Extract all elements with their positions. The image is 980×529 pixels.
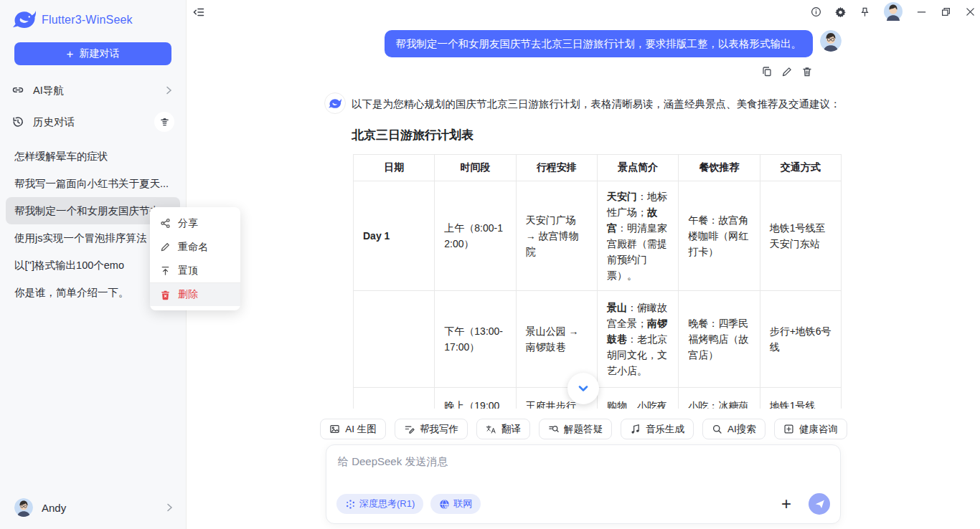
composer-tool-pill[interactable]: 深度思考(R1) (336, 494, 423, 514)
quick-action-chip[interactable]: 翻译 (476, 419, 530, 439)
history-label: 历史对话 (33, 115, 154, 129)
quick-action-label: AI搜索 (727, 423, 756, 436)
table-cell: 上午（8:00-12:00） (435, 181, 516, 291)
composer-tool-label: 深度思考(R1) (359, 497, 415, 510)
app-window: Flutter3-WinSeek + 新建对话 AI导航 历史对话 (0, 0, 980, 529)
history-item-label: 帮我写一篇面向小红书关于夏天... (14, 177, 169, 191)
quick-action-chip[interactable]: AI 生图 (320, 419, 386, 439)
quick-action-chip[interactable]: AI搜索 (702, 419, 765, 439)
spark-icon (345, 499, 356, 510)
table-cell: 下午（13:00-17:00） (435, 291, 516, 388)
quick-action-label: 解题答疑 (564, 423, 603, 436)
pin-icon[interactable] (859, 6, 870, 17)
chevron-right-icon (163, 85, 174, 96)
quick-action-label: 帮我写作 (420, 423, 458, 436)
info-icon[interactable] (811, 6, 821, 17)
table-cell: 小吃：冰糖葫芦、炸酱 (679, 388, 760, 409)
close-icon[interactable] (965, 6, 976, 17)
context-menu-item-label: 分享 (178, 217, 198, 230)
sidebar-item-history[interactable]: 历史对话 (11, 111, 174, 133)
history-item[interactable]: 帮我写一篇面向小红书关于夏天... (6, 170, 180, 197)
quick-action-label: 翻译 (501, 423, 521, 436)
message-input[interactable] (326, 445, 840, 480)
table-cell: 景山：俯瞰故宫全景；南锣鼓巷：老北京胡同文化，文艺小店。 (597, 291, 678, 388)
history-item[interactable]: 怎样缓解晕车的症状 (6, 143, 180, 170)
quick-action-label: 音乐生成 (646, 423, 684, 436)
globe-icon (439, 499, 450, 510)
image-icon (329, 424, 340, 434)
composer: 深度思考(R1) 联网 + (326, 444, 841, 524)
attach-plus-icon[interactable]: + (777, 495, 796, 513)
chevron-down-icon (576, 381, 590, 396)
context-menu-item-label: 置顶 (178, 264, 198, 277)
context-menu-item-label: 重命名 (178, 241, 208, 254)
user-profile-row[interactable]: Andy (0, 492, 187, 523)
ai-avatar-whale-icon (324, 92, 346, 114)
share-icon (160, 218, 171, 229)
translate-icon (486, 424, 496, 434)
app-title: Flutter3-WinSeek (42, 14, 133, 27)
context-menu-item[interactable]: 置顶 (150, 259, 240, 282)
ai-intro-text: 以下是为您精心规划的国庆节北京三日游旅行计划，表格清晰易读，涵盖经典景点、美食推… (352, 92, 841, 114)
quick-action-chip[interactable]: 健康咨询 (774, 419, 847, 439)
sidebar-item-ai-nav[interactable]: AI导航 (11, 80, 174, 101)
context-menu-item[interactable]: 删除 (150, 282, 240, 306)
user-avatar (14, 498, 33, 517)
collapse-sidebar-icon[interactable] (192, 6, 205, 19)
ai-nav-label: AI导航 (33, 84, 163, 97)
titlebar-user-avatar[interactable] (884, 2, 903, 21)
edit-icon[interactable] (781, 66, 793, 77)
table-cell: 晚上（19:00 (435, 388, 516, 409)
quick-action-label: AI 生图 (345, 423, 377, 436)
tool-pills: 深度思考(R1) 联网 (336, 494, 481, 514)
clear-trash-icon (159, 117, 170, 128)
table-cell: 晚餐：四季民福烤鸭店（故宫店） (679, 291, 760, 388)
table-cell: 地铁1号线至天安门东站 (760, 181, 841, 291)
quick-actions-row: AI 生图 帮我写作 翻译 解题答疑 音乐生成 AI搜索 健康咨询 (326, 419, 842, 439)
history-icon (11, 115, 24, 128)
user-name: Andy (42, 502, 164, 514)
context-menu-item-label: 删除 (178, 288, 198, 301)
table-row: 下午（13:00-17:00）景山公园 → 南锣鼓巷景山：俯瞰故宫全景；南锣鼓巷… (354, 291, 842, 388)
table-cell: 天安门：地标性广场；故宫：明清皇家宫殿群（需提前预约门票）。 (597, 181, 678, 291)
quick-action-chip[interactable]: 解题答疑 (539, 419, 612, 439)
table-header-cell: 行程安排 (516, 155, 597, 181)
minimize-icon[interactable] (916, 6, 927, 17)
new-chat-button[interactable]: + 新建对话 (14, 42, 171, 65)
context-menu: 分享 重命名 置顶 删除 (150, 207, 240, 310)
table-cell: 地铁1号线 (760, 388, 841, 409)
titlebar (811, 0, 976, 23)
maximize-icon[interactable] (941, 6, 951, 17)
context-menu-item[interactable]: 分享 (150, 211, 240, 235)
music-icon (630, 424, 641, 434)
table-cell: 步行+地铁6号线 (760, 291, 841, 388)
send-button[interactable] (809, 493, 830, 515)
itinerary-table-container: 日期时间段行程安排景点简介餐饮推荐交通方式Day 1上午（8:00-12:00）… (353, 154, 842, 409)
rename-icon (160, 242, 171, 252)
history-item-label: 帮我制定一个和女朋友国庆节去... (14, 204, 169, 218)
settings-icon[interactable] (835, 6, 846, 17)
table-cell: 天安门广场 → 故宫博物院 (516, 181, 597, 291)
user-message-row: 帮我制定一个和女朋友国庆节去北京三日游旅行计划，要求排版工整，以表格形式输出。 (326, 30, 842, 57)
table-header-cell: 日期 (354, 155, 435, 181)
copy-icon[interactable] (761, 66, 773, 77)
quick-action-chip[interactable]: 音乐生成 (621, 419, 694, 439)
table-header-cell: 景点简介 (597, 155, 678, 181)
history-item-label: 以['']格式输出100个emo (14, 259, 124, 272)
composer-toolbar: 深度思考(R1) 联网 + (326, 493, 840, 515)
quick-action-chip[interactable]: 帮我写作 (395, 419, 468, 439)
delete-message-icon[interactable] (801, 66, 813, 77)
table-title: 北京三日游旅行计划表 (352, 127, 473, 143)
table-header-cell: 交通方式 (760, 155, 841, 181)
table-row: Day 1上午（8:00-12:00）天安门广场 → 故宫博物院天安门：地标性广… (354, 181, 842, 291)
chat-user-avatar (820, 30, 842, 52)
user-message-bubble: 帮我制定一个和女朋友国庆节去北京三日游旅行计划，要求排版工整，以表格形式输出。 (385, 30, 814, 57)
table-header-cell: 时间段 (435, 155, 516, 181)
write-icon (404, 424, 415, 434)
expand-button[interactable] (567, 373, 599, 404)
clear-history-button[interactable] (154, 112, 174, 132)
context-menu-item[interactable]: 重命名 (150, 235, 240, 259)
chevron-right-icon (164, 502, 175, 513)
brand: Flutter3-WinSeek (0, 0, 186, 37)
composer-tool-pill[interactable]: 联网 (430, 494, 481, 514)
